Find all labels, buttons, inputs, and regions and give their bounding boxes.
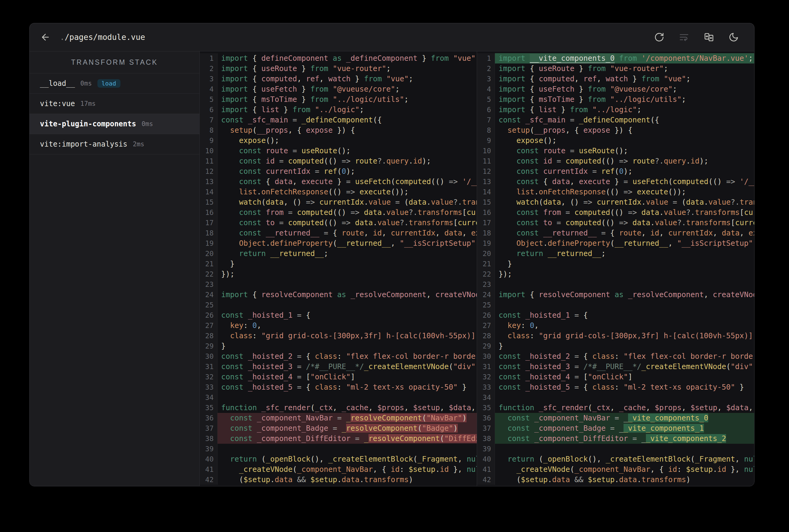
code-line: 27 key: 0, — [200, 320, 477, 331]
moon-icon — [729, 32, 739, 42]
code-line: 37 const _component_Badge = _resolveComp… — [200, 423, 477, 434]
line-number: 2 — [200, 63, 218, 74]
code-text: const _hoisted_2 = { class: "flex flex-c… — [218, 351, 477, 362]
plugin-name: vite-plugin-components — [40, 120, 136, 128]
line-number: 31 — [200, 362, 218, 372]
line-number: 28 — [200, 331, 218, 341]
page-title: . /pages/module.vue — [60, 33, 145, 42]
line-number: 9 — [200, 135, 218, 146]
compare-panels-button[interactable] — [702, 31, 715, 44]
code-text — [495, 444, 754, 454]
code-text: const route = useRoute(); — [218, 146, 477, 156]
code-line: 31const _hoisted_3 = /*#__PURE__*/_creat… — [200, 362, 477, 372]
sidebar-item-vite-plugin-components[interactable]: vite-plugin-components0ms — [30, 114, 199, 134]
code-text: const currentIdx = ref(0); — [218, 166, 477, 176]
page-title-dot: . — [60, 33, 65, 42]
code-line: 5import { msToTime } from "../logic/util… — [477, 94, 754, 104]
code-line: 23 — [477, 279, 754, 289]
code-text: import { useFetch } from "@vueuse/core"; — [218, 84, 477, 94]
code-line: 38 const _component_DiffEditor = __vite_… — [477, 434, 754, 444]
code-text: ($setup.data && $setup.data.transforms) — [218, 475, 477, 485]
transform-stack-list: __load__0msloadvite:vue17msvite-plugin-c… — [30, 73, 199, 154]
sidebar-item--load-[interactable]: __load__0msload — [30, 73, 199, 94]
code-line: 5import { msToTime } from "../logic/util… — [200, 94, 477, 104]
code-line: 19 Object.defineProperty(__returned__, "… — [200, 238, 477, 248]
code-text: import { computed, ref, watch } from "vu… — [495, 74, 754, 84]
line-number: 17 — [200, 217, 218, 228]
line-number: 15 — [200, 197, 218, 207]
code-text: watch(data, () => currentIdx.value = (da… — [495, 197, 754, 207]
code-text: watch(data, () => currentIdx.value = (da… — [218, 197, 477, 207]
code-line: 29} — [477, 341, 754, 351]
code-line: 8 setup(__props, { expose }) { — [477, 125, 754, 135]
code-line: 25 — [477, 300, 754, 310]
line-number: 26 — [200, 310, 218, 320]
line-number: 10 — [200, 146, 218, 156]
code-line: 10 const route = useRoute(); — [200, 146, 477, 156]
line-number: 12 — [200, 166, 218, 176]
code-line: 33const _hoisted_5 = { class: "ml-2 text… — [477, 382, 754, 392]
code-text: } — [218, 259, 477, 269]
refresh-button[interactable] — [653, 31, 666, 44]
code-text: Object.defineProperty(__returned__, "__i… — [495, 238, 754, 248]
code-line: 11 const id = computed(() => route?.quer… — [200, 156, 477, 166]
code-line: 15 watch(data, () => currentIdx.value = … — [200, 197, 477, 207]
code-line: 35function _sfc_render(_ctx, _cache, $pr… — [200, 403, 477, 413]
code-panel-before[interactable]: 1import { defineComponent as _defineComp… — [200, 51, 477, 486]
line-number: 11 — [477, 156, 495, 166]
code-text: return __returned__; — [495, 248, 754, 259]
line-number: 29 — [200, 341, 218, 351]
code-line: 18 const __returned__ = { route, id, cur… — [200, 228, 477, 238]
line-number: 25 — [200, 300, 218, 310]
line-number: 21 — [477, 259, 495, 269]
code-text: const _component_DiffEditor = _resolveCo… — [218, 434, 477, 444]
code-text: key: 0, — [495, 320, 754, 331]
code-line: 36 const _component_NavBar = __vite_comp… — [477, 413, 754, 423]
back-button[interactable] — [39, 31, 52, 44]
dark-mode-button[interactable] — [727, 31, 740, 44]
line-number: 4 — [477, 84, 495, 94]
line-number: 8 — [477, 125, 495, 135]
sidebar-item-vite-import-analysis[interactable]: vite:import-analysis2ms — [30, 134, 199, 154]
code-line: 41 _createVNode(_component_NavBar, { id:… — [200, 464, 477, 475]
code-line: 2import { useRoute } from "vue-router"; — [477, 63, 754, 74]
code-text: setup(__props, { expose }) { — [218, 125, 477, 135]
code-line: 28 class: "grid grid-cols-[300px,3fr] h-… — [200, 331, 477, 341]
code-text: const _sfc_main = _defineComponent({ — [218, 115, 477, 125]
line-number: 35 — [200, 403, 218, 413]
sidebar-item-vite-vue[interactable]: vite:vue17ms — [30, 94, 199, 114]
line-number: 13 — [477, 176, 495, 187]
wrap-lines-button[interactable] — [677, 31, 691, 44]
line-number: 30 — [200, 351, 218, 362]
code-text: } — [495, 341, 754, 351]
code-line: 8 setup(__props, { expose }) { — [200, 125, 477, 135]
code-text: const _hoisted_3 = /*#__PURE__*/_createE… — [218, 362, 477, 372]
code-line: 28 class: "grid grid-cols-[300px,3fr] h-… — [477, 331, 754, 341]
code-text — [218, 279, 477, 289]
line-number: 17 — [477, 217, 495, 228]
code-line: 24import { resolveComponent as _resolveC… — [477, 289, 754, 300]
line-number: 3 — [200, 74, 218, 84]
line-number: 9 — [477, 135, 495, 146]
line-number: 33 — [200, 382, 218, 392]
code-line: 20 return __returned__; — [477, 248, 754, 259]
code-panel-after[interactable]: 1import __vite_components_0 from '/compo… — [477, 51, 754, 486]
code-text: const _component_Badge = __vite_componen… — [495, 423, 754, 434]
code-line: 33const _hoisted_5 = { class: "ml-2 text… — [200, 382, 477, 392]
code-text: class: "grid grid-cols-[300px,3fr] h-[ca… — [495, 331, 754, 341]
code-line: 18 const __returned__ = { route, id, cur… — [477, 228, 754, 238]
line-number: 1 — [200, 53, 218, 63]
line-number: 33 — [477, 382, 495, 392]
code-text: _createVNode(_component_NavBar, { id: $s… — [218, 464, 477, 475]
inspector-window: . /pages/module.vue — [29, 23, 754, 486]
line-number: 29 — [477, 341, 495, 351]
code-line: 16 const from = computed(() => data.valu… — [200, 207, 477, 217]
line-number: 27 — [200, 320, 218, 331]
code-line: 35function _sfc_render(_ctx, _cache, $pr… — [477, 403, 754, 413]
code-line: 37 const _component_Badge = __vite_compo… — [477, 423, 754, 434]
code-line: 12 const currentIdx = ref(0); — [200, 166, 477, 176]
wrap-lines-icon — [679, 32, 689, 42]
code-line: 1import { defineComponent as _defineComp… — [200, 53, 477, 63]
code-text: } — [218, 341, 477, 351]
line-number: 15 — [477, 197, 495, 207]
